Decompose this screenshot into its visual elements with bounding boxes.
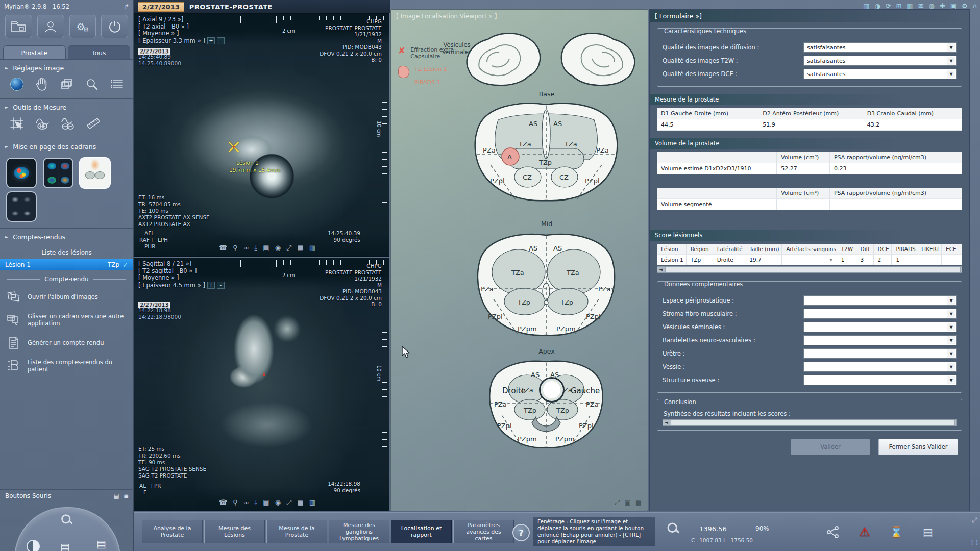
roi-curve-tool-button[interactable] <box>34 115 51 132</box>
parametres-cartes-button[interactable]: Paramètres avancés des cartes <box>453 520 514 543</box>
layout-icon[interactable]: ▥ <box>309 244 315 252</box>
layout-thumbnail-fusion[interactable] <box>6 158 37 188</box>
scroll-left-icon[interactable]: ◄ <box>663 420 670 425</box>
layout-icon[interactable]: ▥ <box>309 498 315 507</box>
save-icon[interactable]: ▤ <box>263 244 269 252</box>
fullscreen-icon[interactable]: ⤢ <box>286 498 291 507</box>
export-icon[interactable]: ⤓ <box>255 244 258 252</box>
sequence-selector[interactable]: [ T2 sagittal - B0 » ] <box>138 268 225 275</box>
contrast-tool-button[interactable] <box>8 76 25 92</box>
lesion-point-marker[interactable] <box>263 373 265 376</box>
espace-periprostatique-dropdown[interactable]: ▼ <box>803 295 957 306</box>
warning-icon[interactable]: ⚠ <box>854 522 875 542</box>
detach-icon[interactable]: ↱ <box>124 3 129 10</box>
table-row[interactable]: Volume estimé D1xD2xD3/1910 52.27 0.23 <box>657 163 962 174</box>
grid-icon[interactable]: ▦ <box>297 498 303 507</box>
refresh-icon[interactable]: ⟳ <box>886 2 891 10</box>
generate-report-item[interactable]: Générer un compte-rendu <box>0 332 133 354</box>
fullscreen-icon[interactable]: ⤢ <box>615 498 620 507</box>
open-study-button[interactable] <box>5 15 32 38</box>
section-comptes-rendus[interactable]: ►Comptes-rendus <box>0 229 133 244</box>
settings-icon[interactable]: ⚙ <box>962 2 968 10</box>
report-list-item[interactable]: Liste des comptes-rendus du patient <box>0 354 133 378</box>
uretre-dropdown[interactable]: ▼ <box>803 348 957 359</box>
home-icon[interactable]: ⌂ <box>973 2 977 10</box>
save-icon[interactable]: ▤ <box>263 498 269 507</box>
thickness-plus-button[interactable]: + <box>207 282 215 289</box>
monitor-icon[interactable]: ▥ <box>863 2 869 10</box>
fullscreen-icon[interactable]: ⤢ <box>286 244 291 252</box>
sagittal-viewport[interactable]: [ Sagittal 8 / 21 »] [ T2 sagittal - B0 … <box>134 258 389 511</box>
link-icon[interactable]: ∞ <box>243 498 249 507</box>
study-date-badge[interactable]: 2/27/2013 <box>138 2 184 12</box>
grid-icon[interactable]: ▦ <box>297 244 303 252</box>
t2w-quality-dropdown[interactable]: satisfaisantes▼ <box>803 56 957 66</box>
layout-thumbnail-multi[interactable] <box>6 191 37 222</box>
layout-thumbnail-quad[interactable] <box>43 158 74 188</box>
thickness-selector[interactable]: [ Epaisseur 3.3 mm » ]+- <box>138 37 225 44</box>
section-reglages-image[interactable]: ►Réglages image <box>0 60 133 75</box>
mesure-lesions-button[interactable]: Mesure des Lésions <box>204 520 265 543</box>
sequence-selector[interactable]: [ T2 axial - B0 » ] <box>138 23 225 31</box>
windows-icon[interactable]: ▣ <box>950 2 957 10</box>
fermer-sans-valider-button[interactable]: Fermer Sans Valider <box>878 439 958 455</box>
grid-icon[interactable]: ▦ <box>635 498 642 507</box>
form-header[interactable]: [ Formulaire »] <box>650 10 969 22</box>
clipboard-icon[interactable]: ▤ <box>918 522 938 542</box>
paperclip-icon[interactable]: ⚲ <box>233 244 238 252</box>
windows-icon[interactable]: ▣ <box>624 498 630 507</box>
list-tool-button[interactable] <box>108 76 125 92</box>
phone-icon[interactable]: ☎ <box>219 498 227 507</box>
section-outils-mesure[interactable]: ►Outils de Mesure <box>0 99 133 114</box>
slice-selector[interactable]: [ Axial 9 / 23 »] <box>138 16 225 23</box>
thickness-minus-button[interactable]: - <box>217 37 225 44</box>
projection-selector[interactable]: [ Moyenne » ] <box>138 274 225 282</box>
thickness-selector[interactable]: [ Epaisseur 4.5 mm » ]+- <box>138 282 225 289</box>
table-row[interactable]: 44.5 51.9 43.2 <box>657 119 962 131</box>
add-icon[interactable]: ✚ <box>940 2 945 10</box>
patient-button[interactable] <box>37 15 64 38</box>
grid-icon[interactable]: ⊞ <box>896 2 901 10</box>
base-diagram[interactable]: A AS AS TZa TZa PZa PZa TZp CZ CZ PZpl P… <box>467 99 626 206</box>
power-button[interactable] <box>101 15 128 38</box>
share-icon[interactable] <box>823 522 843 542</box>
roi-curve2-tool-button[interactable] <box>59 115 77 132</box>
dce-quality-dropdown[interactable]: satisfaisantes▼ <box>803 69 957 79</box>
lesion-list-item[interactable]: Lésion 1 TZp ✓ <box>0 259 133 270</box>
table-row[interactable]: Volume segmenté <box>657 199 962 210</box>
globe-icon[interactable]: ◍ <box>929 2 935 10</box>
mail-icon[interactable]: ✉ <box>918 2 924 10</box>
structure-osseuse-dropdown[interactable]: ▼ <box>803 375 957 385</box>
mesure-ganglions-button[interactable]: Mesure des ganglions Lymphatiques <box>329 520 389 543</box>
series-stack-tool-button[interactable] <box>58 76 75 92</box>
restore-icon[interactable]: ▢ <box>971 538 978 546</box>
list-icon[interactable]: ≣ <box>124 492 129 499</box>
save-icon[interactable]: ▤ <box>114 492 119 499</box>
phone-icon[interactable]: ☎ <box>219 244 227 252</box>
conclusion-scrollbar[interactable]: ◄ <box>663 419 957 426</box>
tab-prostate[interactable]: Prostate <box>3 45 66 59</box>
table-icon[interactable]: ▦ <box>906 2 913 10</box>
analyse-prostate-button[interactable]: Analyse de la Prostate <box>142 520 203 543</box>
ruler-tool-button[interactable] <box>85 115 102 132</box>
pan-hand-tool-button[interactable] <box>33 76 50 92</box>
link-icon[interactable]: ∞ <box>243 244 249 252</box>
stroma-fibro-dropdown[interactable]: ▼ <box>803 309 957 319</box>
thickness-minus-button[interactable]: - <box>217 282 225 289</box>
bandelettes-dropdown[interactable]: ▼ <box>803 335 957 345</box>
vesicules-seminales-dropdown[interactable]: ▼ <box>803 322 957 332</box>
scrollbar-thumb[interactable] <box>671 420 955 425</box>
mid-diagram[interactable]: AS AS TZa TZa PZa PZa TZp TZp PZpl PZpl … <box>467 229 626 339</box>
minimize-icon[interactable]: − <box>114 3 119 10</box>
section-mise-en-page[interactable]: ►Mise en page des cadrans <box>0 138 133 154</box>
mesure-prostate-button[interactable]: Mesure de la Prostate <box>266 520 327 543</box>
projection-selector[interactable]: [ Moyenne » ] <box>138 30 225 37</box>
localisation-header[interactable]: [ Image Localisation Viewport » ] <box>391 10 648 23</box>
fullscreen-icon[interactable]: ⤢ <box>972 516 977 524</box>
valider-button[interactable]: Valider <box>791 439 870 455</box>
camera-icon[interactable]: ◉ <box>275 244 281 252</box>
scrollbar-thumb[interactable] <box>665 267 961 272</box>
layout-thumbnail-localisation[interactable] <box>80 158 110 188</box>
zoom-tool-button[interactable] <box>83 76 100 92</box>
camera-icon[interactable]: ◉ <box>275 498 281 507</box>
